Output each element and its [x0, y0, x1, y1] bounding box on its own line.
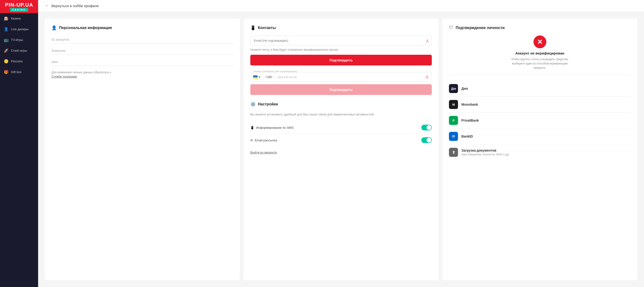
- contacts-settings-section: 📱 Контакты ⚠ Укажите почту, и Вам будет …: [244, 18, 439, 280]
- upload-name: Загрузка документов: [461, 149, 510, 152]
- dia-name: Дия: [461, 87, 468, 90]
- dia-info: Дия: [461, 87, 468, 90]
- phone-container: Номер телефона (Не подтвержден) 🇺🇦 ▾ +38…: [250, 72, 432, 82]
- logo-area: PIN-UP.UA CASINO: [0, 0, 38, 13]
- sms-label: 📱 Информирование по SMS: [250, 126, 294, 129]
- flag-icon: 🇺🇦: [253, 75, 258, 79]
- privat-info: PrivatBank: [461, 118, 479, 122]
- sidebar-label-live: Live дилеры: [11, 27, 28, 31]
- settings-title: Настройки: [258, 102, 278, 106]
- content-area: 👤 Персональная информация Для изменения …: [38, 12, 644, 287]
- lastname-input[interactable]: [52, 47, 233, 55]
- shield-icon: 🛡: [449, 25, 453, 30]
- sidebar: PIN-UP.UA CASINO 🎰 Казино 👤 Live дилеры …: [0, 0, 38, 287]
- unverified-desc: Чтобы крутить слоты и выводить средства,…: [509, 57, 571, 70]
- id-input[interactable]: [52, 36, 233, 43]
- contacts-icon: 📱: [250, 25, 256, 30]
- sidebar-item-pincoins[interactable]: 🪙 Pincoins: [0, 56, 38, 67]
- email-input[interactable]: [250, 36, 432, 45]
- unverified-title: Аккаунт не верифицирован: [516, 51, 564, 55]
- sidebar-label-crash: Crash-игры: [11, 49, 27, 52]
- contacts-title: Контакты: [258, 26, 276, 30]
- personal-section: 👤 Персональная информация Для изменения …: [45, 18, 240, 280]
- sidebar-item-crash[interactable]: 🚀 Crash-игры: [0, 45, 38, 56]
- email-verify-note: Укажите почту, и Вам будет отправлено ве…: [250, 48, 432, 52]
- verify-option-privat[interactable]: P PrivatBank: [449, 113, 631, 128]
- back-button[interactable]: ←: [45, 3, 49, 8]
- sidebar-item-tv[interactable]: 📺 TV-Игры: [0, 34, 38, 45]
- logo-text: PIN-UP.UA: [5, 2, 33, 7]
- casino-icon: 🎰: [4, 16, 8, 21]
- privat-icon: P: [449, 116, 458, 125]
- email-newsletter-label: ✉ Email рассылка: [250, 138, 277, 142]
- phone-row: 🇺🇦 ▾ +380 ⚠: [250, 72, 432, 82]
- personal-header: 👤 Персональная информация: [52, 25, 233, 30]
- email-row: ⚠: [250, 36, 432, 45]
- phone-flag[interactable]: 🇺🇦 ▾: [250, 72, 263, 82]
- id-field: [52, 36, 233, 43]
- privat-name: PrivatBank: [461, 118, 479, 122]
- lastname-field: [52, 47, 233, 55]
- sms-icon: 📱: [250, 126, 254, 129]
- firstname-input[interactable]: [52, 58, 233, 66]
- email-warning-icon: ⚠: [426, 38, 429, 43]
- verification-header: 🛡 Подтверждение личности: [449, 25, 631, 30]
- crash-icon: 🚀: [4, 48, 8, 53]
- mono-name: Monobank: [461, 103, 478, 106]
- phone-warning-icon: ⚠: [425, 75, 429, 79]
- logout-link[interactable]: Выйти из аккаунта: [250, 151, 277, 154]
- chevron-icon: ▾: [259, 75, 260, 79]
- verify-option-upload[interactable]: ⬆ Загрузка документов Удостоверение личн…: [449, 144, 631, 160]
- sidebar-item-casino[interactable]: 🎰 Казино: [0, 13, 38, 24]
- sms-row: 📱 Информирование по SMS: [250, 121, 432, 134]
- email-toggle[interactable]: [421, 137, 432, 143]
- phone-code: +380: [263, 73, 275, 81]
- sidebar-item-giftbox[interactable]: 🎁 Gift box: [0, 67, 38, 77]
- bankid-icon: ID: [449, 132, 458, 141]
- verify-phone-button[interactable]: Подтвердить: [250, 84, 432, 95]
- verify-option-mono[interactable]: M Monobank: [449, 97, 631, 113]
- pincoins-icon: 🪙: [4, 59, 8, 63]
- live-icon: 👤: [4, 27, 8, 31]
- contacts-header: 📱 Контакты: [250, 25, 432, 30]
- mono-icon: M: [449, 100, 458, 109]
- settings-header: ⚙️ Настройки: [250, 102, 432, 107]
- verification-section: 🛡 Подтверждение личности ✕ Аккаунт не ве…: [442, 18, 637, 280]
- sidebar-label-giftbox: Gift box: [11, 70, 22, 74]
- personal-title: Персональная информация: [59, 26, 112, 30]
- settings-desc: Вы можете установить удобный для Вас кан…: [250, 112, 432, 117]
- contacts-block: 📱 Контакты ⚠ Укажите почту, и Вам будет …: [250, 25, 432, 95]
- settings-icon: ⚙️: [250, 102, 256, 107]
- verify-option-bankid[interactable]: ID BankID: [449, 128, 631, 144]
- dia-icon: Дія: [449, 84, 458, 93]
- verify-option-dia[interactable]: Дія Дия: [449, 81, 631, 97]
- support-note: Для изменения личных данных обратитесь к…: [52, 70, 233, 79]
- sidebar-label-tv: TV-Игры: [11, 38, 23, 42]
- giftbox-icon: 🎁: [4, 70, 8, 74]
- support-link[interactable]: Службе поддержки: [52, 75, 77, 78]
- sms-toggle[interactable]: [421, 125, 432, 130]
- email-newsletter-row: ✉ Email рассылка: [250, 134, 432, 146]
- sidebar-item-live[interactable]: 👤 Live дилеры: [0, 24, 38, 34]
- mono-info: Monobank: [461, 103, 478, 106]
- personal-fields: [52, 36, 233, 66]
- sidebar-label-pincoins: Pincoins: [11, 59, 23, 63]
- topbar: ← Вернуться в лобби профиля: [38, 0, 644, 12]
- main-area: ← Вернуться в лобби профиля 👤 Персональн…: [38, 0, 644, 287]
- upload-icon: ⬆: [449, 148, 458, 157]
- topbar-title: Вернуться в лобби профиля: [52, 4, 98, 8]
- upload-sub: Удостоверение личности, ИНН и др.: [461, 153, 510, 156]
- unverified-icon: ✕: [534, 35, 546, 48]
- personal-icon: 👤: [52, 25, 57, 30]
- phone-input[interactable]: [275, 73, 432, 81]
- upload-info: Загрузка документов Удостоверение личнос…: [461, 149, 510, 156]
- firstname-field: [52, 58, 233, 66]
- email-newsletter-icon: ✉: [250, 138, 253, 142]
- settings-block: ⚙️ Настройки Вы можете установить удобны…: [250, 102, 432, 155]
- logo-casino: CASINO: [10, 8, 28, 12]
- sidebar-label-casino: Казино: [11, 17, 21, 20]
- verification-title: Подтверждение личности: [456, 26, 504, 30]
- bankid-name: BankID: [461, 134, 473, 138]
- bankid-info: BankID: [461, 134, 473, 138]
- verify-email-button[interactable]: Подтвердить: [250, 55, 432, 65]
